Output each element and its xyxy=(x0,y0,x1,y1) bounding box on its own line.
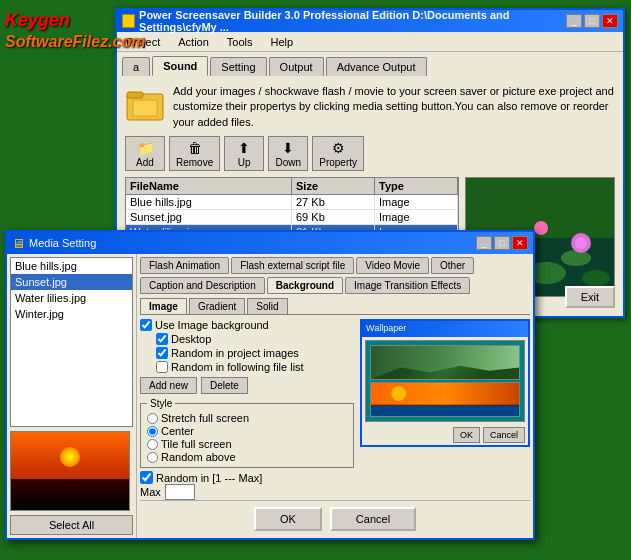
media-minimize-btn[interactable]: _ xyxy=(476,236,492,250)
subtab-solid[interactable]: Solid xyxy=(247,298,287,314)
table-header: FileName Size Type xyxy=(126,178,458,195)
tab-flash-external[interactable]: Flash external script file xyxy=(231,257,354,274)
random-file-row: Random in following file list xyxy=(156,361,354,373)
media-dialog: 🖥 Media Setting _ □ ✕ Blue hills.jpg Sun… xyxy=(5,230,535,540)
delete-button[interactable]: Delete xyxy=(201,377,248,394)
add-icon: 📁 xyxy=(135,139,155,157)
desktop-checkbox[interactable] xyxy=(156,333,168,345)
tab-output[interactable]: Output xyxy=(269,57,324,76)
svg-rect-2 xyxy=(133,100,157,116)
tab-other[interactable]: Other xyxy=(431,257,474,274)
media-tabs-row2: Caption and Description Background Image… xyxy=(140,277,530,294)
max-label: Max xyxy=(140,486,161,498)
svg-point-12 xyxy=(534,221,548,235)
add-delete-btns: Add new Delete xyxy=(140,377,354,394)
tab-background[interactable]: Background xyxy=(267,277,343,294)
close-button[interactable]: ✕ xyxy=(602,14,618,28)
preview-ok-btn[interactable]: OK xyxy=(453,427,480,443)
use-image-bg-checkbox[interactable] xyxy=(140,319,152,331)
media-close-btn[interactable]: ✕ xyxy=(512,236,528,250)
menu-help[interactable]: Help xyxy=(267,35,298,49)
desktop-row: Desktop xyxy=(156,333,354,345)
menu-action[interactable]: Action xyxy=(174,35,213,49)
svg-point-7 xyxy=(561,250,591,266)
tab-setting[interactable]: Setting xyxy=(210,57,266,76)
svg-point-11 xyxy=(575,237,587,249)
random-label: Random in [1 --- Max] xyxy=(156,472,262,484)
screenshot-strip-2 xyxy=(370,382,520,417)
list-item[interactable]: Winter.jpg xyxy=(11,306,132,322)
preview-window-title: Wallpaper xyxy=(362,321,528,337)
preview-screenshots xyxy=(362,337,528,425)
preview-cancel-btn[interactable]: Cancel xyxy=(483,427,525,443)
style-group: Style Stretch full screen Center Tile fu… xyxy=(140,398,354,468)
tab-transition[interactable]: Image Transition Effects xyxy=(345,277,470,294)
cancel-button[interactable]: Cancel xyxy=(330,507,416,531)
property-button[interactable]: ⚙ Property xyxy=(312,136,364,171)
ok-button[interactable]: OK xyxy=(254,507,322,531)
list-item[interactable]: Water lilies.jpg xyxy=(11,290,132,306)
menu-project[interactable]: Project xyxy=(122,35,164,49)
list-item[interactable]: Blue hills.jpg xyxy=(11,258,132,274)
left-panel: Blue hills.jpg Sunset.jpg Water lilies.j… xyxy=(7,254,137,538)
desktop-preview xyxy=(365,340,525,422)
sunset-decoration xyxy=(11,479,129,510)
subtab-image[interactable]: Image xyxy=(140,298,187,314)
preview-inner: Wallpaper xyxy=(360,319,530,447)
media-title-bar: 🖥 Media Setting _ □ ✕ xyxy=(7,232,533,254)
preview-window-panel: Wallpaper xyxy=(360,319,530,500)
stretch-radio[interactable] xyxy=(147,413,158,424)
stretch-row: Stretch full screen xyxy=(147,412,347,424)
toolbar: 📁 Add 🗑 Remove ⬆ Up ⬇ Down ⚙ Property xyxy=(125,136,615,171)
remove-button[interactable]: 🗑 Remove xyxy=(169,136,220,171)
tab-a[interactable]: a xyxy=(122,57,150,76)
random-above-radio[interactable] xyxy=(147,452,158,463)
subtab-gradient[interactable]: Gradient xyxy=(189,298,245,314)
table-row[interactable]: Blue hills.jpg 27 Kb Image xyxy=(126,195,458,210)
tabs-row: a Sound Setting Output Advance Output xyxy=(117,52,623,76)
tab-advance-output[interactable]: Advance Output xyxy=(326,57,427,76)
max-input[interactable]: 2 xyxy=(165,484,195,500)
settings-area: Use Image background Desktop Random in p… xyxy=(140,319,530,500)
random-above-row: Random above xyxy=(147,451,347,463)
desktop-label: Desktop xyxy=(171,333,211,345)
media-title-icon: 🖥 xyxy=(12,236,25,251)
maximize-button[interactable]: □ xyxy=(584,14,600,28)
tab-caption[interactable]: Caption and Description xyxy=(140,277,265,294)
description-area: Add your images / shockwave flash / movi… xyxy=(125,84,615,130)
tab-flash-animation[interactable]: Flash Animation xyxy=(140,257,229,274)
use-image-bg-label: Use Image background xyxy=(155,319,269,331)
tab-sound[interactable]: Sound xyxy=(152,56,208,76)
down-button[interactable]: ⬇ Down xyxy=(268,136,308,171)
property-icon: ⚙ xyxy=(328,139,348,157)
random-project-checkbox[interactable] xyxy=(156,347,168,359)
table-row[interactable]: Sunset.jpg 69 Kb Image xyxy=(126,210,458,225)
minimize-button[interactable]: _ xyxy=(566,14,582,28)
up-icon: ⬆ xyxy=(234,139,254,157)
tile-full-radio[interactable] xyxy=(147,439,158,450)
media-tabs-row1: Flash Animation Flash external script fi… xyxy=(140,257,530,274)
media-content: Blue hills.jpg Sunset.jpg Water lilies.j… xyxy=(7,254,533,538)
media-maximize-btn[interactable]: □ xyxy=(494,236,510,250)
media-file-list: Blue hills.jpg Sunset.jpg Water lilies.j… xyxy=(10,257,133,427)
random-file-label: Random in following file list xyxy=(171,361,304,373)
svg-point-16 xyxy=(582,270,610,286)
right-panel: Flash Animation Flash external script fi… xyxy=(137,254,533,538)
up-button[interactable]: ⬆ Up xyxy=(224,136,264,171)
add-new-button[interactable]: Add new xyxy=(140,377,197,394)
center-radio[interactable] xyxy=(147,426,158,437)
description-text: Add your images / shockwave flash / movi… xyxy=(173,84,615,130)
exit-button[interactable]: Exit xyxy=(565,286,615,308)
use-image-bg-row: Use Image background xyxy=(140,319,354,331)
select-all-button[interactable]: Select All xyxy=(10,515,133,535)
random-max-checkbox[interactable] xyxy=(140,471,153,484)
add-button[interactable]: 📁 Add xyxy=(125,136,165,171)
preview-thumbnail xyxy=(10,431,130,511)
main-window-title: Power Screensaver Builder 3.0 Profession… xyxy=(139,9,566,33)
down-icon: ⬇ xyxy=(278,139,298,157)
random-file-checkbox[interactable] xyxy=(156,361,168,373)
tab-video-movie[interactable]: Video Movie xyxy=(356,257,429,274)
list-item-selected[interactable]: Sunset.jpg xyxy=(11,274,132,290)
center-label: Center xyxy=(161,425,194,437)
menu-tools[interactable]: Tools xyxy=(223,35,257,49)
